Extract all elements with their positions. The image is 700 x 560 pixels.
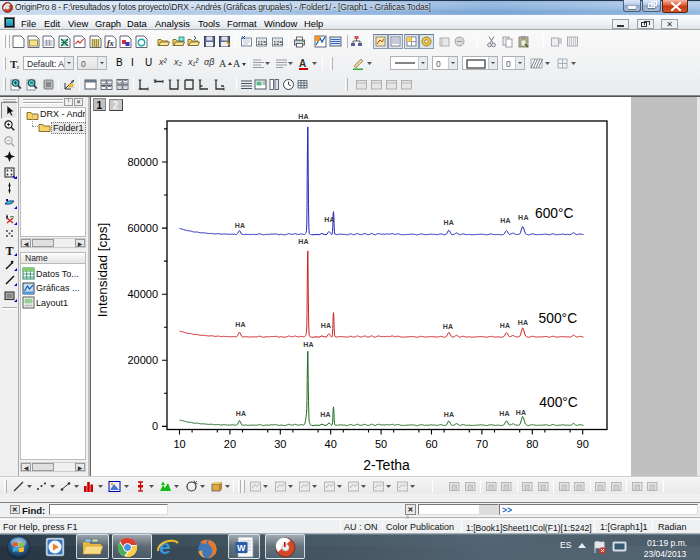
svg-text:90: 90 bbox=[577, 438, 589, 450]
svg-text:2-Tetha: 2-Tetha bbox=[363, 457, 410, 473]
svg-text:40: 40 bbox=[325, 438, 337, 450]
svg-text:W: W bbox=[237, 543, 246, 553]
svg-text:HA: HA bbox=[499, 410, 510, 417]
svg-text:fx: fx bbox=[107, 39, 114, 48]
svg-text:80: 80 bbox=[526, 438, 538, 450]
svg-text:HA: HA bbox=[500, 217, 511, 224]
svg-text:HA: HA bbox=[443, 219, 454, 226]
svg-text:20000: 20000 bbox=[127, 354, 158, 366]
svg-text:80000: 80000 bbox=[127, 156, 158, 168]
svg-text:20: 20 bbox=[224, 438, 236, 450]
svg-text:10: 10 bbox=[173, 438, 185, 450]
svg-text:40000: 40000 bbox=[127, 288, 158, 300]
svg-text:A: A bbox=[219, 58, 227, 69]
svg-text:HA: HA bbox=[516, 409, 527, 416]
svg-text:HA: HA bbox=[303, 341, 314, 348]
svg-text:HA: HA bbox=[443, 323, 454, 330]
svg-text:30: 30 bbox=[274, 438, 286, 450]
svg-text:HA: HA bbox=[235, 321, 246, 328]
svg-text:115: 115 bbox=[257, 40, 267, 46]
svg-text:A: A bbox=[299, 58, 306, 69]
svg-text:600°C: 600°C bbox=[535, 206, 574, 221]
svg-text:HA: HA bbox=[518, 319, 529, 326]
svg-text:70: 70 bbox=[476, 438, 488, 450]
svg-text:HA: HA bbox=[518, 214, 529, 221]
svg-text:T: T bbox=[6, 243, 14, 256]
svg-text:Intensidad [cps]: Intensidad [cps] bbox=[95, 223, 110, 318]
svg-text:0: 0 bbox=[152, 420, 158, 432]
svg-text:60: 60 bbox=[425, 438, 437, 450]
svg-text:HA: HA bbox=[444, 411, 455, 418]
svg-text:HA: HA bbox=[500, 322, 511, 329]
svg-text:HA: HA bbox=[236, 410, 247, 417]
svg-text:HA: HA bbox=[235, 222, 246, 229]
svg-text:HA: HA bbox=[321, 322, 332, 329]
svg-text:HA: HA bbox=[298, 238, 309, 245]
svg-text:125: 125 bbox=[273, 40, 284, 46]
svg-text:400°C: 400°C bbox=[539, 395, 578, 410]
svg-text:50: 50 bbox=[375, 438, 387, 450]
svg-text:HA: HA bbox=[320, 411, 331, 418]
svg-text:r: r bbox=[17, 63, 20, 70]
svg-text:60000: 60000 bbox=[127, 222, 158, 234]
svg-text:HA: HA bbox=[298, 113, 309, 120]
svg-text:e: e bbox=[159, 535, 171, 558]
svg-text:A: A bbox=[233, 58, 241, 69]
svg-text:HA: HA bbox=[324, 216, 335, 223]
svg-text:500°C: 500°C bbox=[539, 311, 578, 326]
